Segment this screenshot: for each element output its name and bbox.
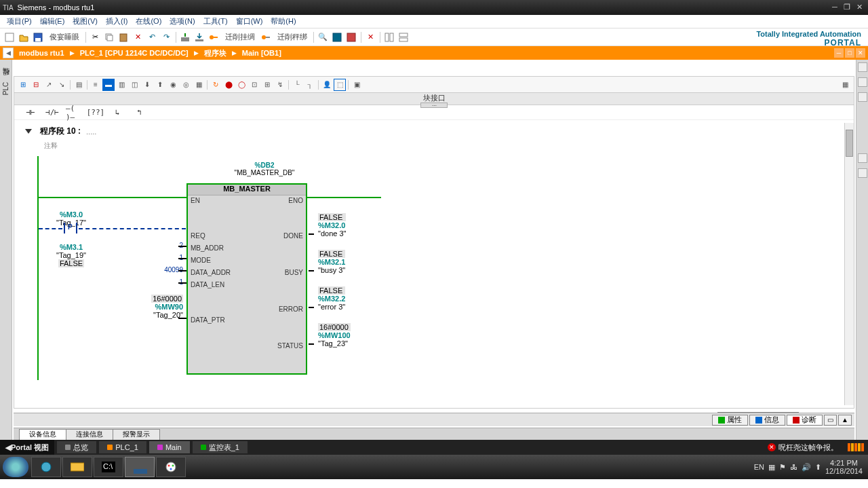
collapse-handle-icon[interactable]: ⋯: [420, 102, 448, 108]
flyout-addins-icon[interactable]: [858, 168, 867, 178]
menu-online[interactable]: 在线(O): [132, 15, 165, 28]
et-icon[interactable]: 👤: [321, 79, 333, 91]
split-h-icon[interactable]: [382, 31, 396, 44]
input-value[interactable]: 1: [146, 254, 183, 261]
et-icon[interactable]: ◎: [180, 79, 192, 91]
tray-clock[interactable]: 4:21 PM 12/18/2014: [825, 459, 863, 475]
menu-edit[interactable]: 编辑(E): [36, 15, 69, 28]
editor-minimize-icon[interactable]: ─: [834, 48, 844, 58]
paste-icon[interactable]: [117, 31, 130, 44]
compile-icon[interactable]: [178, 31, 192, 44]
menu-options[interactable]: 选项(N): [165, 15, 199, 28]
new-project-icon[interactable]: [3, 31, 16, 44]
input-operand[interactable]: 16#0000 %MW90 "Tag_20": [125, 295, 183, 319]
menu-tools[interactable]: 工具(T): [199, 15, 232, 28]
tray-flag-icon[interactable]: ⚑: [779, 463, 786, 472]
et-icon[interactable]: ▥: [115, 79, 127, 91]
input-value[interactable]: 2: [146, 242, 183, 249]
et-icon[interactable]: ⊞: [261, 79, 273, 91]
output-operand[interactable]: 16#0000 %MW100 "Tag_23": [318, 323, 351, 348]
lad-coil-icon[interactable]: –( )–: [66, 107, 82, 119]
et-icon[interactable]: ⊡: [248, 79, 260, 91]
et-icon[interactable]: ⬚: [334, 79, 346, 91]
editor-maximize-icon[interactable]: □: [845, 48, 854, 58]
tray-icon[interactable]: ▦: [768, 463, 775, 472]
lad-no-contact-icon[interactable]: ⊣⊢: [22, 107, 39, 119]
download-icon[interactable]: [193, 31, 206, 44]
et-icon[interactable]: ↻: [210, 79, 222, 91]
copy-icon[interactable]: [102, 31, 116, 44]
inspector-collapse-icon[interactable]: ▭: [824, 415, 837, 426]
search-icon[interactable]: 🔍: [316, 31, 330, 44]
portal-view-button[interactable]: ◀ Portal 视图: [0, 440, 54, 455]
breadcrumb-item[interactable]: Main [OB1]: [239, 49, 284, 57]
et-settings-icon[interactable]: ▦: [839, 79, 851, 91]
footer-tab-main[interactable]: Main: [149, 441, 190, 453]
function-block[interactable]: MB_MASTER EN REQ MB_ADDR MODE DATA_ADDR …: [186, 183, 307, 375]
tray-lang[interactable]: EN: [754, 463, 764, 471]
menu-project[interactable]: 项目(P): [3, 15, 36, 28]
et-icon[interactable]: └: [291, 79, 303, 91]
maximize-icon[interactable]: ❐: [841, 3, 853, 12]
et-icon[interactable]: ┐: [304, 79, 316, 91]
input-value[interactable]: 1: [146, 278, 183, 286]
output-operand[interactable]: FALSE %M32.1 "busy 3": [318, 250, 345, 274]
menu-insert[interactable]: 插入(I): [102, 15, 132, 28]
et-icon[interactable]: ↘: [56, 79, 68, 91]
lad-branch-open-icon[interactable]: ↳: [109, 107, 125, 119]
et-icon[interactable]: ◉: [167, 79, 179, 91]
footer-tab-watch[interactable]: 监控表_1: [193, 441, 248, 453]
flyout-tasks-icon[interactable]: [858, 92, 867, 102]
breadcrumb-item[interactable]: PLC_1 [CPU 1214C DC/DC/DC]: [77, 49, 191, 57]
delete-network-icon[interactable]: ⊟: [30, 79, 42, 91]
call-structure-icon[interactable]: [344, 31, 358, 44]
taskbar-app-cmd[interactable]: C:\: [94, 457, 123, 477]
insert-network-icon[interactable]: ⊞: [17, 79, 29, 91]
close-icon[interactable]: ✕: [853, 3, 865, 12]
save-project-icon[interactable]: [31, 31, 45, 44]
flyout-instructions-icon[interactable]: [858, 62, 867, 72]
lad-branch-close-icon[interactable]: ↰: [131, 107, 147, 119]
vertical-scrollbar[interactable]: [844, 123, 854, 405]
tab-diagnostics[interactable]: 诊断: [787, 415, 823, 426]
et-icon[interactable]: ⬆: [154, 79, 166, 91]
flyout-testing-icon[interactable]: [858, 77, 867, 87]
network-header[interactable]: 程序段 10 : .....: [17, 123, 843, 140]
output-operand[interactable]: FALSE %M32.2 "error 3": [318, 286, 345, 311]
undo-icon[interactable]: ↶: [145, 31, 159, 44]
start-button[interactable]: [3, 457, 28, 477]
redo-icon[interactable]: ↷: [159, 31, 173, 44]
lad-nc-contact-icon[interactable]: ⊣/⊢: [44, 107, 60, 119]
taskbar-app-tia[interactable]: TIA: [125, 457, 155, 477]
taskbar-app-ie[interactable]: [31, 457, 61, 477]
tab-connection-info[interactable]: 连接信息: [66, 429, 113, 440]
split-v-icon[interactable]: [397, 31, 410, 44]
tray-icon[interactable]: ⬆: [815, 463, 821, 472]
left-flyout[interactable]: PLC 编程: [0, 60, 12, 440]
tab-device-info[interactable]: 设备信息: [19, 429, 66, 440]
tab-info[interactable]: 信息: [749, 415, 785, 426]
menu-view[interactable]: 视图(V): [68, 15, 102, 28]
tab-alarm-display[interactable]: 报警显示: [113, 429, 160, 440]
minimize-icon[interactable]: ─: [829, 3, 841, 12]
cut-icon[interactable]: ✂: [88, 31, 102, 44]
cross-ref-icon[interactable]: [330, 31, 344, 44]
et-icon[interactable]: ▤: [73, 79, 85, 91]
positive-edge-contact[interactable]: P: [62, 223, 79, 233]
monitoring-on-icon[interactable]: ⬤: [222, 79, 235, 91]
footer-error[interactable]: ✕呪枉尧这帧争报。: [768, 443, 844, 453]
block-interface-header[interactable]: 块接口 ⋯: [14, 93, 854, 105]
tray-network-icon[interactable]: 🖧: [790, 463, 797, 471]
tab-properties[interactable]: 属性: [712, 415, 748, 426]
network-comment[interactable]: 注释: [17, 140, 843, 156]
tb-close-icon[interactable]: ✕: [363, 31, 377, 44]
lad-box-icon[interactable]: [??]: [87, 107, 104, 119]
footer-tab-plc[interactable]: PLC_1: [99, 441, 146, 453]
et-icon[interactable]: ▬: [102, 79, 115, 91]
et-icon[interactable]: ↯: [274, 79, 286, 91]
monitoring-off-icon[interactable]: ◯: [235, 79, 248, 91]
taskbar-app-explorer[interactable]: [62, 457, 92, 477]
delete-icon[interactable]: ✕: [131, 31, 144, 44]
et-icon[interactable]: ▣: [351, 79, 363, 91]
menu-help[interactable]: 帮助(H): [267, 15, 300, 28]
